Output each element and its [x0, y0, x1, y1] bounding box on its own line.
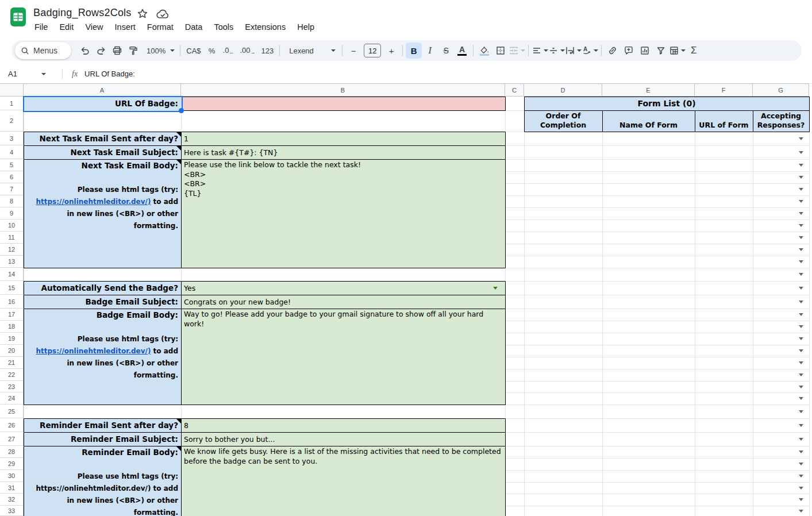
star-icon[interactable] — [137, 8, 148, 20]
dropdown-icon[interactable] — [799, 475, 803, 478]
row-header[interactable]: 26 — [0, 418, 24, 432]
dropdown-icon[interactable] — [799, 151, 803, 154]
cell-b15-autosend-dropdown[interactable]: Yes — [181, 281, 505, 295]
fill-color-button[interactable] — [476, 43, 492, 59]
increase-decimal-button[interactable]: .00→ — [237, 43, 258, 59]
row-header[interactable]: 29 — [0, 458, 24, 470]
cell-a27[interactable]: Reminder Email Subject: — [24, 432, 181, 446]
col-header-d[interactable]: D — [524, 83, 602, 97]
menu-format[interactable]: Format — [141, 21, 179, 33]
dropdown-icon[interactable] — [799, 410, 803, 413]
bold-button[interactable]: B — [406, 43, 422, 59]
form-list-header-order[interactable]: Order Of Completion — [524, 110, 602, 132]
dropdown-icon[interactable] — [799, 137, 803, 140]
row-header[interactable]: 21 — [0, 357, 24, 369]
sheets-logo-icon[interactable] — [10, 7, 26, 26]
dropdown-icon[interactable] — [799, 188, 803, 191]
form-list-header-accepting[interactable]: Accepting Responses? — [753, 110, 809, 132]
col-header-a[interactable]: A — [24, 83, 181, 97]
decrease-decimal-button[interactable]: .0← — [220, 43, 237, 59]
cell-a16[interactable]: Badge Email Subject: — [24, 295, 181, 309]
font-size-input[interactable]: 12 — [364, 44, 381, 57]
font-name-select[interactable]: Lexend — [283, 43, 339, 59]
cell-b17-badge-body[interactable]: Way to go! Please add your badge to your… — [181, 309, 505, 405]
name-box[interactable]: A1 — [0, 70, 61, 78]
row-header[interactable]: 7 — [0, 183, 24, 195]
row-header[interactable]: 18 — [0, 321, 24, 333]
horizontal-align-button[interactable] — [532, 43, 548, 59]
undo-button[interactable] — [77, 43, 93, 59]
col-header-e[interactable]: E — [602, 83, 695, 97]
form-list-header-url[interactable]: URL of Form — [695, 110, 753, 132]
dropdown-icon[interactable] — [799, 176, 803, 179]
menu-edit[interactable]: Edit — [53, 21, 79, 33]
col-header-c[interactable]: C — [505, 83, 524, 97]
cell-b26[interactable]: 8 — [181, 418, 505, 432]
row-header[interactable]: 10 — [0, 220, 24, 232]
borders-button[interactable] — [492, 43, 509, 59]
cell-a3[interactable]: Next Task Email Sent after day? — [24, 132, 181, 145]
cell-b16[interactable]: Congrats on your new badge! — [181, 295, 505, 309]
dropdown-icon[interactable] — [799, 337, 803, 340]
cell-a17-badge-body-label[interactable]: Badge Email Body: Please use html tags (… — [24, 309, 181, 405]
html-editor-link[interactable]: https://onlinehtmleditor.dev/) — [36, 198, 151, 206]
row-header[interactable]: 9 — [0, 207, 24, 220]
dropdown-icon[interactable] — [799, 463, 803, 465]
row-header[interactable]: 6 — [0, 171, 24, 183]
row-header[interactable]: 23 — [0, 381, 24, 392]
html-editor-link[interactable]: https://onlinehtmleditor.dev/) — [36, 347, 151, 355]
row-header[interactable]: 32 — [0, 494, 24, 506]
menu-help[interactable]: Help — [291, 21, 320, 33]
document-title[interactable]: Badging_Rows2Cols — [33, 7, 132, 19]
row-header[interactable]: 12 — [0, 244, 24, 256]
cell-b5-next-task-body[interactable]: Please use the link below to tackle the … — [181, 159, 505, 268]
row-header[interactable]: 15 — [0, 281, 24, 295]
dropdown-icon[interactable] — [799, 301, 803, 303]
strikethrough-button[interactable]: S — [438, 43, 454, 59]
decrease-font-size-button[interactable]: − — [345, 43, 361, 59]
col-header-g[interactable]: G — [753, 83, 809, 97]
form-list-header-name[interactable]: Name Of Form — [602, 110, 695, 132]
menu-file[interactable]: File — [29, 21, 53, 33]
dropdown-icon[interactable] — [799, 273, 803, 276]
vertical-align-button[interactable] — [548, 43, 565, 59]
percent-format-button[interactable]: % — [204, 43, 220, 59]
redo-button[interactable] — [93, 43, 109, 59]
dropdown-icon[interactable] — [799, 236, 803, 239]
row-header[interactable]: 13 — [0, 256, 24, 268]
cell-b27[interactable]: Sorry to bother you but... — [181, 432, 505, 446]
row-header[interactable]: 3 — [0, 132, 24, 145]
row-header[interactable]: 33 — [0, 506, 24, 516]
row-header[interactable]: 24 — [0, 392, 24, 405]
dropdown-icon[interactable] — [799, 287, 803, 290]
dropdown-icon[interactable] — [799, 510, 803, 513]
col-header-b[interactable]: B — [181, 83, 505, 97]
dropdown-icon[interactable] — [799, 200, 803, 203]
menu-insert[interactable]: Insert — [109, 21, 141, 33]
col-header-f[interactable]: F — [695, 83, 753, 97]
insert-chart-button[interactable] — [637, 43, 653, 59]
cell-a5-next-task-body-label[interactable]: Next Task Email Body: Please use html ta… — [24, 159, 181, 268]
search-menus-button[interactable]: Menus — [15, 42, 71, 59]
row-header[interactable]: 19 — [0, 333, 24, 345]
dropdown-icon[interactable] — [799, 325, 803, 328]
text-color-button[interactable]: A — [454, 43, 470, 59]
row-header[interactable]: 28 — [0, 446, 24, 458]
row-header[interactable]: 4 — [0, 145, 24, 159]
currency-format-button[interactable]: CA$ — [183, 43, 203, 59]
paint-format-button[interactable] — [125, 43, 141, 59]
selection-fill-handle[interactable] — [179, 108, 184, 113]
row-header[interactable]: 2 — [0, 110, 24, 132]
zoom-control[interactable]: 100% — [141, 43, 177, 59]
insert-comment-button[interactable] — [621, 43, 637, 59]
cell-b1-badge-url-input[interactable] — [181, 97, 505, 110]
formula-input[interactable]: URL Of Badge: — [84, 70, 135, 78]
dropdown-icon[interactable] — [799, 313, 803, 316]
dropdown-icon[interactable] — [493, 287, 498, 290]
row-header[interactable]: 16 — [0, 295, 24, 309]
dropdown-icon[interactable] — [799, 450, 803, 453]
row-header[interactable]: 27 — [0, 432, 24, 446]
row-header[interactable]: 5 — [0, 159, 24, 171]
print-button[interactable] — [109, 43, 125, 59]
table-views-button[interactable] — [669, 43, 686, 59]
